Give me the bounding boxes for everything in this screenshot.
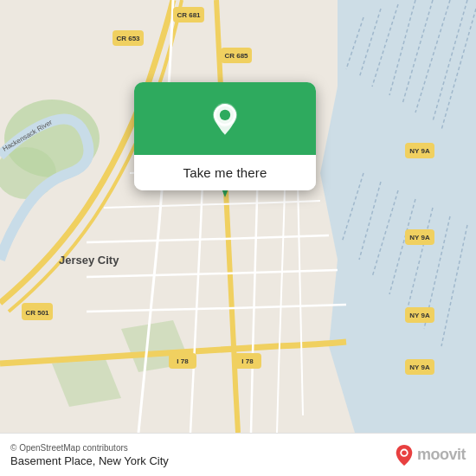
popup-card: Take me there <box>134 82 316 190</box>
popup-icon-area <box>134 82 316 155</box>
svg-text:I 78: I 78 <box>241 357 254 365</box>
location-pin-icon <box>206 101 244 139</box>
svg-text:NY 9A: NY 9A <box>409 147 430 155</box>
svg-text:Jersey City: Jersey City <box>59 254 119 267</box>
map-svg: CR 501 CR 681 CR 653 CR 685 NY 9A NY 9A … <box>0 0 476 433</box>
svg-text:I 78: I 78 <box>177 357 189 365</box>
svg-text:CR 653: CR 653 <box>116 35 140 42</box>
svg-text:NY 9A: NY 9A <box>409 312 430 319</box>
svg-point-50 <box>402 450 407 455</box>
moovit-pin-icon <box>395 444 414 466</box>
take-me-there-button[interactable]: Take me there <box>134 155 316 190</box>
moovit-logo: moovit <box>395 444 466 466</box>
map-container: CR 501 CR 681 CR 653 CR 685 NY 9A NY 9A … <box>0 0 476 433</box>
svg-text:CR 681: CR 681 <box>177 11 201 19</box>
bottom-bar: © OpenStreetMap contributors Basement Pl… <box>0 433 476 476</box>
moovit-text: moovit <box>417 446 466 464</box>
svg-text:CR 685: CR 685 <box>224 52 248 60</box>
map-attribution: © OpenStreetMap contributors <box>10 443 169 453</box>
svg-text:CR 501: CR 501 <box>25 309 49 317</box>
location-label: Basement Place, New York City <box>10 454 169 467</box>
svg-point-48 <box>220 110 230 120</box>
svg-text:NY 9A: NY 9A <box>409 234 430 241</box>
svg-text:NY 9A: NY 9A <box>409 363 430 371</box>
